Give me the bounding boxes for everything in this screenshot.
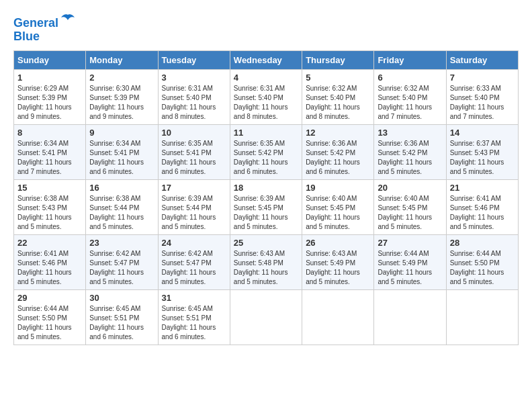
day-info: Sunrise: 6:31 AMSunset: 5:40 PMDaylight:…	[234, 84, 298, 122]
day-number: 23	[89, 238, 154, 248]
calendar-cell: 15 Sunrise: 6:38 AMSunset: 5:43 PMDaylig…	[14, 179, 86, 234]
day-number: 4	[234, 73, 298, 83]
calendar-cell: 2 Sunrise: 6:30 AMSunset: 5:39 PMDayligh…	[86, 69, 158, 124]
day-info: Sunrise: 6:33 AMSunset: 5:40 PMDaylight:…	[450, 84, 515, 122]
calendar-cell: 16 Sunrise: 6:38 AMSunset: 5:44 PMDaylig…	[86, 179, 158, 234]
day-info: Sunrise: 6:39 AMSunset: 5:45 PMDaylight:…	[234, 194, 298, 232]
calendar-cell: 17 Sunrise: 6:39 AMSunset: 5:44 PMDaylig…	[158, 179, 230, 234]
day-info: Sunrise: 6:43 AMSunset: 5:48 PMDaylight:…	[234, 249, 298, 287]
logo: General Blue	[13, 13, 76, 44]
day-info: Sunrise: 6:43 AMSunset: 5:49 PMDaylight:…	[306, 249, 370, 287]
calendar-cell: 8 Sunrise: 6:34 AMSunset: 5:41 PMDayligh…	[14, 124, 86, 179]
calendar-cell	[230, 289, 302, 345]
weekday-header-sunday: Sunday	[14, 50, 86, 69]
day-info: Sunrise: 6:41 AMSunset: 5:46 PMDaylight:…	[450, 194, 515, 232]
calendar-cell: 10 Sunrise: 6:35 AMSunset: 5:41 PMDaylig…	[158, 124, 230, 179]
weekday-header-row: SundayMondayTuesdayWednesdayThursdayFrid…	[14, 50, 519, 69]
day-info: Sunrise: 6:32 AMSunset: 5:40 PMDaylight:…	[306, 84, 370, 122]
calendar-cell: 19 Sunrise: 6:40 AMSunset: 5:45 PMDaylig…	[302, 179, 374, 234]
calendar-table: SundayMondayTuesdayWednesdayThursdayFrid…	[13, 50, 519, 345]
day-number: 25	[234, 238, 298, 248]
calendar-cell: 3 Sunrise: 6:31 AMSunset: 5:40 PMDayligh…	[158, 69, 230, 124]
calendar-cell	[374, 289, 446, 345]
calendar-cell: 18 Sunrise: 6:39 AMSunset: 5:45 PMDaylig…	[230, 179, 302, 234]
calendar-cell: 12 Sunrise: 6:36 AMSunset: 5:42 PMDaylig…	[302, 124, 374, 179]
day-number: 12	[306, 128, 370, 138]
calendar-cell: 30 Sunrise: 6:45 AMSunset: 5:51 PMDaylig…	[86, 289, 158, 345]
weekday-header-tuesday: Tuesday	[158, 50, 230, 69]
day-number: 17	[162, 183, 226, 193]
day-info: Sunrise: 6:37 AMSunset: 5:43 PMDaylight:…	[450, 139, 515, 177]
day-info: Sunrise: 6:31 AMSunset: 5:40 PMDaylight:…	[162, 84, 226, 122]
calendar-cell	[302, 289, 374, 345]
weekday-header-wednesday: Wednesday	[230, 50, 302, 69]
calendar-cell: 25 Sunrise: 6:43 AMSunset: 5:48 PMDaylig…	[230, 234, 302, 289]
day-number: 10	[162, 128, 226, 138]
calendar-cell: 22 Sunrise: 6:41 AMSunset: 5:46 PMDaylig…	[14, 234, 86, 289]
day-number: 11	[234, 128, 298, 138]
day-number: 14	[450, 128, 515, 138]
day-number: 2	[89, 73, 154, 83]
calendar-cell: 9 Sunrise: 6:34 AMSunset: 5:41 PMDayligh…	[86, 124, 158, 179]
day-number: 16	[89, 183, 154, 193]
day-number: 13	[378, 128, 442, 138]
day-info: Sunrise: 6:30 AMSunset: 5:39 PMDaylight:…	[89, 84, 154, 122]
day-info: Sunrise: 6:40 AMSunset: 5:45 PMDaylight:…	[306, 194, 370, 232]
day-number: 31	[162, 293, 226, 303]
day-number: 30	[89, 293, 154, 303]
calendar-cell: 21 Sunrise: 6:41 AMSunset: 5:46 PMDaylig…	[446, 179, 518, 234]
header: General Blue	[13, 13, 519, 44]
calendar-week-1: 1 Sunrise: 6:29 AMSunset: 5:39 PMDayligh…	[14, 69, 519, 124]
calendar-cell: 26 Sunrise: 6:43 AMSunset: 5:49 PMDaylig…	[302, 234, 374, 289]
day-number: 5	[306, 73, 370, 83]
day-info: Sunrise: 6:38 AMSunset: 5:43 PMDaylight:…	[17, 194, 82, 232]
day-number: 18	[234, 183, 298, 193]
day-info: Sunrise: 6:35 AMSunset: 5:42 PMDaylight:…	[234, 139, 298, 177]
day-number: 6	[378, 73, 442, 83]
day-number: 24	[162, 238, 226, 248]
day-number: 9	[89, 128, 154, 138]
day-number: 28	[450, 238, 515, 248]
day-number: 8	[17, 128, 82, 138]
day-info: Sunrise: 6:42 AMSunset: 5:47 PMDaylight:…	[162, 249, 226, 287]
weekday-header-monday: Monday	[86, 50, 158, 69]
day-info: Sunrise: 6:32 AMSunset: 5:40 PMDaylight:…	[378, 84, 442, 122]
weekday-header-thursday: Thursday	[302, 50, 374, 69]
calendar-cell: 1 Sunrise: 6:29 AMSunset: 5:39 PMDayligh…	[14, 69, 86, 124]
day-info: Sunrise: 6:39 AMSunset: 5:44 PMDaylight:…	[162, 194, 226, 232]
calendar-cell: 6 Sunrise: 6:32 AMSunset: 5:40 PMDayligh…	[374, 69, 446, 124]
calendar-cell: 5 Sunrise: 6:32 AMSunset: 5:40 PMDayligh…	[302, 69, 374, 124]
day-info: Sunrise: 6:40 AMSunset: 5:45 PMDaylight:…	[378, 194, 442, 232]
day-number: 29	[17, 293, 82, 303]
day-info: Sunrise: 6:35 AMSunset: 5:41 PMDaylight:…	[162, 139, 226, 177]
day-info: Sunrise: 6:34 AMSunset: 5:41 PMDaylight:…	[89, 139, 154, 177]
day-number: 22	[17, 238, 82, 248]
day-number: 7	[450, 73, 515, 83]
day-info: Sunrise: 6:36 AMSunset: 5:42 PMDaylight:…	[306, 139, 370, 177]
calendar-week-5: 29 Sunrise: 6:44 AMSunset: 5:50 PMDaylig…	[14, 289, 519, 345]
weekday-header-friday: Friday	[374, 50, 446, 69]
day-number: 19	[306, 183, 370, 193]
day-number: 20	[378, 183, 442, 193]
calendar-cell: 7 Sunrise: 6:33 AMSunset: 5:40 PMDayligh…	[446, 69, 518, 124]
calendar-cell: 23 Sunrise: 6:42 AMSunset: 5:47 PMDaylig…	[86, 234, 158, 289]
calendar-cell: 29 Sunrise: 6:44 AMSunset: 5:50 PMDaylig…	[14, 289, 86, 345]
day-info: Sunrise: 6:38 AMSunset: 5:44 PMDaylight:…	[89, 194, 154, 232]
calendar-week-2: 8 Sunrise: 6:34 AMSunset: 5:41 PMDayligh…	[14, 124, 519, 179]
day-info: Sunrise: 6:29 AMSunset: 5:39 PMDaylight:…	[17, 84, 82, 122]
calendar-cell: 24 Sunrise: 6:42 AMSunset: 5:47 PMDaylig…	[158, 234, 230, 289]
calendar-cell: 20 Sunrise: 6:40 AMSunset: 5:45 PMDaylig…	[374, 179, 446, 234]
logo-bird-icon	[60, 13, 76, 27]
day-number: 1	[17, 73, 82, 83]
day-number: 15	[17, 183, 82, 193]
day-number: 26	[306, 238, 370, 248]
weekday-header-saturday: Saturday	[446, 50, 518, 69]
day-number: 21	[450, 183, 515, 193]
calendar-cell: 13 Sunrise: 6:36 AMSunset: 5:42 PMDaylig…	[374, 124, 446, 179]
day-info: Sunrise: 6:45 AMSunset: 5:51 PMDaylight:…	[162, 304, 226, 342]
calendar-cell: 14 Sunrise: 6:37 AMSunset: 5:43 PMDaylig…	[446, 124, 518, 179]
calendar-week-4: 22 Sunrise: 6:41 AMSunset: 5:46 PMDaylig…	[14, 234, 519, 289]
logo-text: General Blue	[13, 13, 76, 44]
day-info: Sunrise: 6:45 AMSunset: 5:51 PMDaylight:…	[89, 304, 154, 342]
calendar-cell: 28 Sunrise: 6:44 AMSunset: 5:50 PMDaylig…	[446, 234, 518, 289]
